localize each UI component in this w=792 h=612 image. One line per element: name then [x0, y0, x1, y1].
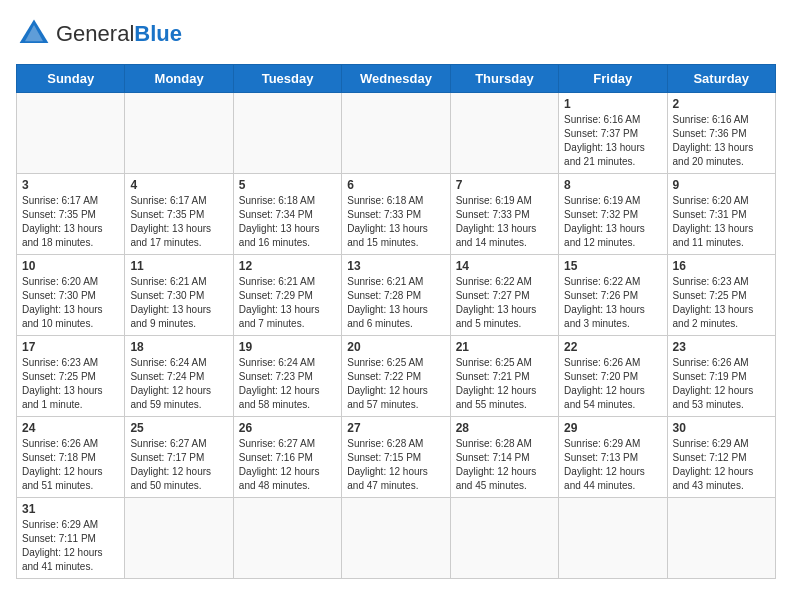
day-number: 6	[347, 178, 444, 192]
day-number: 11	[130, 259, 227, 273]
day-number: 24	[22, 421, 119, 435]
day-info: Sunrise: 6:25 AM Sunset: 7:21 PM Dayligh…	[456, 356, 553, 412]
calendar-week-4: 17Sunrise: 6:23 AM Sunset: 7:25 PM Dayli…	[17, 336, 776, 417]
calendar-cell: 14Sunrise: 6:22 AM Sunset: 7:27 PM Dayli…	[450, 255, 558, 336]
day-number: 16	[673, 259, 770, 273]
calendar-cell: 17Sunrise: 6:23 AM Sunset: 7:25 PM Dayli…	[17, 336, 125, 417]
calendar-week-5: 24Sunrise: 6:26 AM Sunset: 7:18 PM Dayli…	[17, 417, 776, 498]
day-info: Sunrise: 6:21 AM Sunset: 7:30 PM Dayligh…	[130, 275, 227, 331]
day-info: Sunrise: 6:24 AM Sunset: 7:24 PM Dayligh…	[130, 356, 227, 412]
day-number: 5	[239, 178, 336, 192]
day-info: Sunrise: 6:18 AM Sunset: 7:33 PM Dayligh…	[347, 194, 444, 250]
calendar-week-1: 1Sunrise: 6:16 AM Sunset: 7:37 PM Daylig…	[17, 93, 776, 174]
calendar-cell	[450, 498, 558, 579]
calendar-cell: 4Sunrise: 6:17 AM Sunset: 7:35 PM Daylig…	[125, 174, 233, 255]
calendar-cell	[450, 93, 558, 174]
day-number: 30	[673, 421, 770, 435]
page-header: GeneralBlue	[16, 16, 776, 52]
day-info: Sunrise: 6:28 AM Sunset: 7:14 PM Dayligh…	[456, 437, 553, 493]
day-info: Sunrise: 6:22 AM Sunset: 7:27 PM Dayligh…	[456, 275, 553, 331]
calendar-cell: 31Sunrise: 6:29 AM Sunset: 7:11 PM Dayli…	[17, 498, 125, 579]
day-header-saturday: Saturday	[667, 65, 775, 93]
calendar-header: SundayMondayTuesdayWednesdayThursdayFrid…	[17, 65, 776, 93]
calendar-cell: 25Sunrise: 6:27 AM Sunset: 7:17 PM Dayli…	[125, 417, 233, 498]
day-header-tuesday: Tuesday	[233, 65, 341, 93]
calendar-cell: 18Sunrise: 6:24 AM Sunset: 7:24 PM Dayli…	[125, 336, 233, 417]
calendar-cell: 26Sunrise: 6:27 AM Sunset: 7:16 PM Dayli…	[233, 417, 341, 498]
day-number: 1	[564, 97, 661, 111]
calendar-cell	[667, 498, 775, 579]
day-number: 22	[564, 340, 661, 354]
day-info: Sunrise: 6:26 AM Sunset: 7:20 PM Dayligh…	[564, 356, 661, 412]
calendar-table: SundayMondayTuesdayWednesdayThursdayFrid…	[16, 64, 776, 579]
calendar-cell: 11Sunrise: 6:21 AM Sunset: 7:30 PM Dayli…	[125, 255, 233, 336]
day-header-friday: Friday	[559, 65, 667, 93]
calendar-cell: 19Sunrise: 6:24 AM Sunset: 7:23 PM Dayli…	[233, 336, 341, 417]
day-info: Sunrise: 6:25 AM Sunset: 7:22 PM Dayligh…	[347, 356, 444, 412]
day-info: Sunrise: 6:27 AM Sunset: 7:16 PM Dayligh…	[239, 437, 336, 493]
calendar-cell: 10Sunrise: 6:20 AM Sunset: 7:30 PM Dayli…	[17, 255, 125, 336]
day-info: Sunrise: 6:17 AM Sunset: 7:35 PM Dayligh…	[130, 194, 227, 250]
day-info: Sunrise: 6:24 AM Sunset: 7:23 PM Dayligh…	[239, 356, 336, 412]
calendar-cell: 20Sunrise: 6:25 AM Sunset: 7:22 PM Dayli…	[342, 336, 450, 417]
day-info: Sunrise: 6:26 AM Sunset: 7:18 PM Dayligh…	[22, 437, 119, 493]
calendar-cell: 29Sunrise: 6:29 AM Sunset: 7:13 PM Dayli…	[559, 417, 667, 498]
day-number: 25	[130, 421, 227, 435]
days-of-week-row: SundayMondayTuesdayWednesdayThursdayFrid…	[17, 65, 776, 93]
day-info: Sunrise: 6:20 AM Sunset: 7:30 PM Dayligh…	[22, 275, 119, 331]
calendar-week-3: 10Sunrise: 6:20 AM Sunset: 7:30 PM Dayli…	[17, 255, 776, 336]
calendar-cell	[233, 93, 341, 174]
day-header-sunday: Sunday	[17, 65, 125, 93]
calendar-cell	[125, 93, 233, 174]
logo-wordmark: GeneralBlue	[56, 21, 182, 47]
calendar-cell: 16Sunrise: 6:23 AM Sunset: 7:25 PM Dayli…	[667, 255, 775, 336]
calendar-cell: 6Sunrise: 6:18 AM Sunset: 7:33 PM Daylig…	[342, 174, 450, 255]
day-number: 7	[456, 178, 553, 192]
day-info: Sunrise: 6:23 AM Sunset: 7:25 PM Dayligh…	[673, 275, 770, 331]
day-info: Sunrise: 6:16 AM Sunset: 7:37 PM Dayligh…	[564, 113, 661, 169]
calendar-cell: 27Sunrise: 6:28 AM Sunset: 7:15 PM Dayli…	[342, 417, 450, 498]
day-number: 8	[564, 178, 661, 192]
day-number: 9	[673, 178, 770, 192]
logo-icon	[16, 16, 52, 52]
calendar-cell	[559, 498, 667, 579]
day-info: Sunrise: 6:26 AM Sunset: 7:19 PM Dayligh…	[673, 356, 770, 412]
day-number: 3	[22, 178, 119, 192]
day-info: Sunrise: 6:29 AM Sunset: 7:12 PM Dayligh…	[673, 437, 770, 493]
calendar-cell: 30Sunrise: 6:29 AM Sunset: 7:12 PM Dayli…	[667, 417, 775, 498]
day-info: Sunrise: 6:21 AM Sunset: 7:29 PM Dayligh…	[239, 275, 336, 331]
calendar-cell: 24Sunrise: 6:26 AM Sunset: 7:18 PM Dayli…	[17, 417, 125, 498]
calendar-body: 1Sunrise: 6:16 AM Sunset: 7:37 PM Daylig…	[17, 93, 776, 579]
calendar-cell: 1Sunrise: 6:16 AM Sunset: 7:37 PM Daylig…	[559, 93, 667, 174]
day-info: Sunrise: 6:29 AM Sunset: 7:13 PM Dayligh…	[564, 437, 661, 493]
calendar-cell: 5Sunrise: 6:18 AM Sunset: 7:34 PM Daylig…	[233, 174, 341, 255]
day-info: Sunrise: 6:20 AM Sunset: 7:31 PM Dayligh…	[673, 194, 770, 250]
day-number: 12	[239, 259, 336, 273]
day-number: 17	[22, 340, 119, 354]
day-info: Sunrise: 6:29 AM Sunset: 7:11 PM Dayligh…	[22, 518, 119, 574]
day-number: 19	[239, 340, 336, 354]
day-number: 15	[564, 259, 661, 273]
day-number: 31	[22, 502, 119, 516]
calendar-cell	[342, 498, 450, 579]
calendar-cell: 2Sunrise: 6:16 AM Sunset: 7:36 PM Daylig…	[667, 93, 775, 174]
calendar-cell: 22Sunrise: 6:26 AM Sunset: 7:20 PM Dayli…	[559, 336, 667, 417]
day-header-wednesday: Wednesday	[342, 65, 450, 93]
calendar-cell: 7Sunrise: 6:19 AM Sunset: 7:33 PM Daylig…	[450, 174, 558, 255]
day-info: Sunrise: 6:16 AM Sunset: 7:36 PM Dayligh…	[673, 113, 770, 169]
logo: GeneralBlue	[16, 16, 182, 52]
day-info: Sunrise: 6:21 AM Sunset: 7:28 PM Dayligh…	[347, 275, 444, 331]
calendar-cell	[17, 93, 125, 174]
day-info: Sunrise: 6:23 AM Sunset: 7:25 PM Dayligh…	[22, 356, 119, 412]
day-info: Sunrise: 6:19 AM Sunset: 7:32 PM Dayligh…	[564, 194, 661, 250]
calendar-cell	[233, 498, 341, 579]
calendar-week-6: 31Sunrise: 6:29 AM Sunset: 7:11 PM Dayli…	[17, 498, 776, 579]
day-number: 29	[564, 421, 661, 435]
calendar-cell: 12Sunrise: 6:21 AM Sunset: 7:29 PM Dayli…	[233, 255, 341, 336]
calendar-cell	[342, 93, 450, 174]
day-number: 20	[347, 340, 444, 354]
day-header-thursday: Thursday	[450, 65, 558, 93]
calendar-cell: 21Sunrise: 6:25 AM Sunset: 7:21 PM Dayli…	[450, 336, 558, 417]
day-number: 26	[239, 421, 336, 435]
day-info: Sunrise: 6:28 AM Sunset: 7:15 PM Dayligh…	[347, 437, 444, 493]
